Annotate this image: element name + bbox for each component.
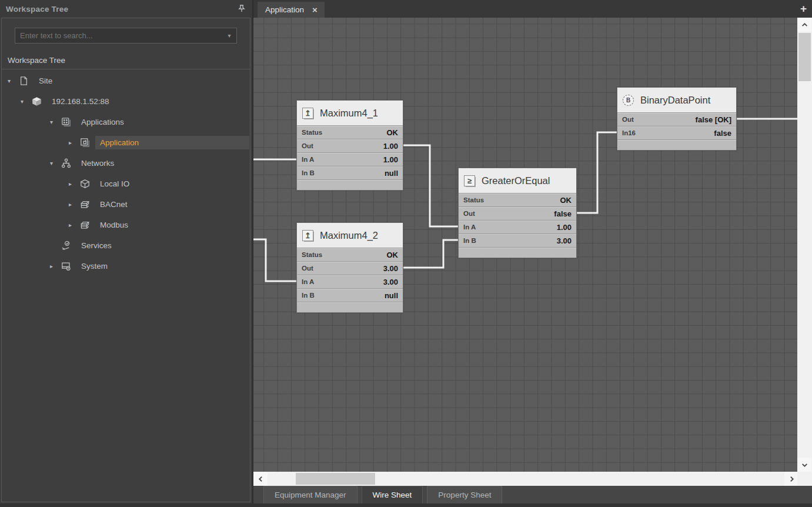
services-icon [61, 241, 71, 251]
wire-sheet-canvas[interactable]: ↥ Maximum4_1 Status OK Out 1.00 In A 1.0… [253, 18, 798, 472]
port-row-out[interactable]: Out false [459, 206, 576, 220]
port-row-out[interactable]: Out 1.00 [297, 139, 403, 152]
scroll-right-icon[interactable] [784, 472, 798, 486]
tab-label: Property Sheet [438, 491, 491, 499]
vertical-scroll-thumb[interactable] [798, 33, 811, 81]
expander-icon[interactable]: ▾ [50, 119, 59, 125]
block-title: Maximum4_2 [320, 230, 378, 241]
block-title: GreaterOrEqual [482, 175, 550, 186]
workspace-tree-sidebar: Workspace Tree ▾ Workspace Tree ▾ Site [0, 0, 252, 507]
block-binary-data-point[interactable]: B BinaryDataPoint Out false [OK] In16 fa… [617, 87, 737, 151]
scroll-left-icon[interactable] [253, 472, 268, 486]
pin-icon[interactable] [237, 4, 246, 14]
search-input[interactable] [15, 28, 222, 43]
port-label: Status [302, 251, 322, 258]
sidebar-title: Workspace Tree [0, 5, 68, 14]
wire-Maximum4_2.Out-to-GreaterOrEqual.InB[interactable] [403, 240, 458, 268]
tree-item-label: Site [34, 74, 249, 88]
expander-icon[interactable]: ▸ [69, 181, 78, 187]
tree-item-controller[interactable]: ▾ 192.168.1.52:88 [2, 91, 250, 112]
port-label: In A [302, 156, 314, 163]
port-label: Out [622, 116, 634, 123]
block-header[interactable]: B BinaryDataPoint [617, 88, 736, 112]
tree-item-modbus[interactable]: ▸ Modbus [2, 215, 250, 235]
add-tab-button[interactable]: + [800, 2, 807, 15]
port-row-status[interactable]: Status OK [297, 125, 403, 139]
tree-item-applications[interactable]: ▾ Applications [2, 112, 250, 132]
tree-item-networks[interactable]: ▾ Networks [2, 153, 250, 174]
port-label: In B [463, 237, 476, 244]
block-title: Maximum4_1 [320, 108, 378, 119]
controller-icon [32, 96, 42, 106]
port-label: Status [463, 196, 484, 204]
tree-item-system[interactable]: ▸ System [2, 256, 250, 276]
port-value: OK [560, 196, 572, 205]
block-footer [617, 139, 736, 150]
port-value: false [714, 129, 731, 138]
wire-canvas-left-to-Maximum4_2.InA[interactable] [253, 239, 296, 281]
wire-GreaterOrEqual.Out-to-BinaryDataPoint.In16[interactable] [577, 132, 617, 213]
binary-data-point-icon: B [623, 95, 634, 106]
tab-label: Application [265, 5, 304, 14]
tree-item-label: Modbus [95, 218, 249, 232]
expander-icon[interactable]: ▾ [50, 160, 59, 166]
maximum-icon: ↥ [302, 108, 313, 119]
block-maximum4_2[interactable]: ↥ Maximum4_2 Status OK Out 3.00 In A 3.0… [296, 222, 403, 313]
maximum-icon: ↥ [302, 230, 313, 241]
tree-item-local-io[interactable]: ▸ Local IO [2, 174, 250, 194]
close-icon[interactable]: × [312, 5, 318, 14]
block-greater-or-equal[interactable]: ≥ GreaterOrEqual Status OK Out false In … [458, 168, 577, 258]
port-row-in-b[interactable]: In B null [297, 288, 403, 302]
applications-icon [61, 117, 71, 127]
horizontal-scroll-thumb[interactable] [296, 473, 375, 485]
port-row-in-a[interactable]: In A 3.00 [297, 275, 403, 288]
block-maximum4_1[interactable]: ↥ Maximum4_1 Status OK Out 1.00 In A 1.0… [296, 100, 403, 191]
expander-icon[interactable]: ▾ [21, 98, 29, 105]
tab-wire-sheet[interactable]: Wire Sheet [362, 486, 423, 503]
vertical-scrollbar[interactable] [797, 18, 812, 472]
tree-item-label: BACnet [95, 198, 249, 211]
workspace-tree: ▾ Site ▾ 192.168.1.52:8 [2, 71, 250, 276]
network-icon [61, 158, 71, 168]
expander-icon[interactable]: ▸ [69, 201, 78, 208]
block-header[interactable]: ↥ Maximum4_1 [297, 101, 403, 125]
port-row-out[interactable]: Out 3.00 [297, 261, 403, 275]
port-value: null [385, 169, 398, 178]
port-row-in-b[interactable]: In B null [297, 166, 403, 179]
tab-property-sheet[interactable]: Property Sheet [427, 486, 502, 503]
tree-item-services[interactable]: Services [2, 235, 250, 256]
port-row-out[interactable]: Out false [OK] [617, 112, 736, 126]
port-row-status[interactable]: Status OK [459, 193, 576, 206]
block-header[interactable]: ≥ GreaterOrEqual [459, 168, 576, 193]
expander-icon[interactable]: ▸ [69, 139, 78, 146]
tab-label: Wire Sheet [373, 491, 412, 499]
tree-item-application[interactable]: ▸ Application [2, 132, 250, 153]
wire-Maximum4_1.Out-to-GreaterOrEqual.InA[interactable] [403, 145, 458, 226]
port-value: 1.00 [383, 142, 398, 151]
chevron-down-icon[interactable]: ▾ [222, 32, 236, 39]
protocol-stack-icon [80, 220, 90, 230]
port-row-in16[interactable]: In16 false [617, 126, 736, 139]
port-row-in-b[interactable]: In B 3.00 [459, 234, 576, 247]
expander-icon[interactable]: ▾ [8, 78, 16, 84]
scroll-down-icon[interactable] [797, 458, 811, 472]
block-header[interactable]: ↥ Maximum4_2 [297, 223, 403, 248]
scroll-up-icon[interactable] [797, 18, 811, 32]
port-label: In B [302, 292, 315, 299]
expander-icon[interactable]: ▸ [69, 222, 78, 228]
tab-equipment-manager[interactable]: Equipment Manager [263, 486, 357, 503]
tree-item-label: Local IO [95, 177, 249, 191]
protocol-stack-icon [80, 199, 90, 209]
port-row-in-a[interactable]: In A 1.00 [459, 220, 576, 234]
expander-icon[interactable]: ▸ [50, 263, 59, 269]
port-label: Out [302, 265, 313, 272]
port-row-in-a[interactable]: In A 1.00 [297, 152, 403, 166]
application-window: Workspace Tree ▾ Workspace Tree ▾ Site [0, 0, 812, 507]
port-row-status[interactable]: Status OK [297, 248, 403, 261]
tab-application[interactable]: Application × [258, 2, 325, 18]
horizontal-scrollbar[interactable] [253, 472, 798, 486]
tree-item-bacnet[interactable]: ▸ BACnet [2, 194, 250, 215]
block-footer [297, 302, 403, 312]
tree-item-site[interactable]: ▾ Site [2, 71, 250, 91]
application-icon [80, 138, 90, 148]
